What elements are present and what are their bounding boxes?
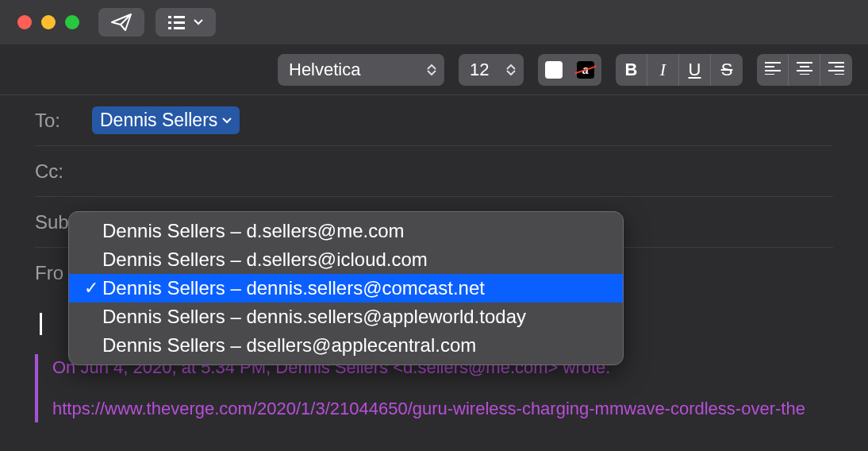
window-controls: [17, 15, 79, 29]
from-dropdown-item[interactable]: Dennis Sellers – d.sellers@icloud.com: [69, 245, 623, 274]
font-size-select[interactable]: 12: [459, 54, 524, 86]
align-left-button[interactable]: [757, 54, 789, 86]
font-family-select[interactable]: Helvetica: [278, 54, 444, 86]
background-color-swatch[interactable]: a: [570, 54, 601, 86]
from-dropdown-item-label: Dennis Sellers – d.sellers@me.com: [102, 220, 405, 242]
svg-rect-9: [765, 74, 774, 75]
svg-rect-11: [800, 66, 809, 67]
bold-button[interactable]: B: [616, 54, 647, 86]
color-swatch-group: a: [538, 54, 601, 86]
svg-rect-14: [828, 62, 844, 64]
align-center-icon: [797, 62, 812, 78]
svg-rect-2: [168, 21, 171, 24]
svg-rect-6: [765, 62, 781, 64]
svg-rect-0: [168, 16, 171, 18]
align-right-icon: [828, 62, 844, 78]
svg-rect-3: [174, 21, 185, 24]
svg-rect-17: [835, 74, 844, 75]
align-center-button[interactable]: [789, 54, 820, 86]
recipient-name: Dennis Sellers: [100, 110, 217, 131]
stepper-icon: [506, 64, 516, 75]
from-dropdown-item-label: Dennis Sellers – dsellers@applecentral.c…: [102, 334, 476, 357]
close-window-button[interactable]: [17, 15, 32, 29]
font-size-value: 12: [470, 60, 489, 80]
chevron-down-icon: [194, 19, 203, 25]
titlebar: [0, 0, 868, 44]
no-color-icon: a: [577, 61, 594, 79]
checkmark-icon: ✓: [80, 278, 102, 299]
cc-label: Cc:: [35, 160, 83, 183]
italic-button[interactable]: I: [647, 54, 679, 86]
svg-rect-15: [835, 66, 844, 67]
svg-rect-8: [765, 70, 781, 71]
send-button[interactable]: [98, 8, 144, 37]
svg-rect-10: [797, 62, 812, 64]
text-color-swatch[interactable]: [538, 54, 570, 86]
cc-field-row[interactable]: Cc:: [35, 146, 833, 197]
align-left-icon: [765, 62, 781, 78]
svg-rect-16: [828, 70, 844, 71]
format-bar: Helvetica 12 a B I U S: [0, 44, 868, 95]
from-dropdown-item[interactable]: ✓Dennis Sellers – dennis.sellers@comcast…: [69, 274, 623, 303]
svg-rect-7: [765, 66, 774, 67]
svg-rect-13: [800, 74, 809, 75]
paper-plane-icon: [111, 13, 132, 31]
svg-rect-5: [174, 27, 185, 29]
list-icon: [168, 15, 189, 29]
zoom-window-button[interactable]: [65, 15, 79, 29]
svg-rect-4: [168, 27, 171, 29]
align-group: [757, 54, 852, 86]
text-cursor: [40, 313, 42, 335]
from-dropdown-item-label: Dennis Sellers – dennis.sellers@comcast.…: [102, 277, 485, 299]
to-field-row[interactable]: To: Dennis Sellers: [35, 95, 833, 146]
svg-rect-1: [174, 16, 185, 18]
quote-link[interactable]: https://www.theverge.com/2020/1/3/210446…: [52, 395, 833, 422]
font-family-value: Helvetica: [289, 60, 360, 80]
align-right-button[interactable]: [820, 54, 852, 86]
minimize-window-button[interactable]: [41, 15, 56, 29]
stepper-icon: [427, 64, 436, 75]
from-dropdown-item[interactable]: Dennis Sellers – dsellers@applecentral.c…: [69, 331, 623, 360]
chevron-down-icon: [222, 118, 232, 124]
to-label: To:: [35, 110, 83, 132]
white-swatch-icon: [545, 61, 563, 79]
underline-button[interactable]: U: [679, 54, 711, 86]
recipient-chip[interactable]: Dennis Sellers: [92, 106, 240, 134]
header-fields-button[interactable]: [156, 8, 216, 37]
from-dropdown-item-label: Dennis Sellers – dennis.sellers@applewor…: [102, 306, 526, 328]
text-style-group: B I U S: [616, 54, 743, 86]
strikethrough-button[interactable]: S: [711, 54, 743, 86]
svg-rect-12: [797, 70, 812, 71]
from-dropdown-item-label: Dennis Sellers – d.sellers@icloud.com: [102, 249, 428, 271]
from-account-dropdown: Dennis Sellers – d.sellers@me.comDennis …: [68, 211, 624, 365]
from-dropdown-item[interactable]: Dennis Sellers – dennis.sellers@applewor…: [69, 303, 623, 331]
from-dropdown-item[interactable]: Dennis Sellers – d.sellers@me.com: [69, 217, 623, 245]
